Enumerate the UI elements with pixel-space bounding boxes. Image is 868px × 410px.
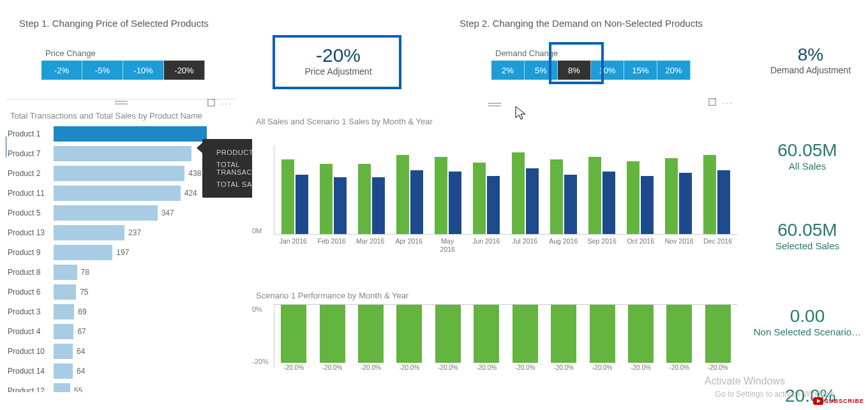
perf-value-label: -20.0% — [476, 364, 497, 371]
month-group[interactable] — [584, 157, 620, 234]
youtube-icon — [813, 397, 823, 405]
demand-slicer-option[interactable]: 15% — [624, 61, 657, 80]
product-bar-row[interactable]: Product 13237 — [6, 223, 236, 242]
product-label: Product 12 — [6, 386, 52, 393]
product-bar-row[interactable]: Product 878 — [6, 263, 236, 281]
demand-slicer-option[interactable]: 8% — [558, 61, 591, 80]
youtube-subscribe[interactable]: SUBSCRIBE — [813, 397, 864, 405]
product-value-label: 237 — [128, 228, 141, 237]
product-bar — [54, 126, 207, 142]
kpi-price-adjustment: -20% Price Adjustment — [274, 45, 402, 77]
perf-column — [358, 305, 384, 363]
demand-slicer-option[interactable]: 10% — [591, 61, 624, 80]
month-group[interactable] — [277, 159, 313, 234]
perf-group[interactable]: -20.0% — [583, 305, 621, 368]
product-label: Product 13 — [6, 228, 52, 237]
product-bar-row[interactable]: Product 2438 — [6, 164, 236, 182]
product-bar-row[interactable]: Product 1255 — [6, 381, 236, 392]
price-slicer-option[interactable]: -10% — [123, 61, 164, 80]
demand-slicer-option[interactable]: 20% — [657, 61, 691, 80]
month-column — [435, 157, 447, 234]
perf-group[interactable]: -20.0% — [352, 305, 390, 368]
product-bar-row[interactable]: Product 1 — [6, 124, 236, 143]
x-axis-label: Feb 2016 — [313, 237, 352, 253]
perf-group[interactable]: -20.0% — [467, 305, 505, 368]
performance-chart-title: Scenario 1 Performance by Month & Year — [256, 291, 733, 300]
x-axis-label: Aug 2016 — [544, 237, 583, 253]
svg-rect-1 — [709, 99, 716, 106]
step1-label: Step 1. Changing Price of Selected Produ… — [19, 18, 209, 29]
product-bar-row[interactable]: Product 1064 — [6, 342, 236, 360]
more-options-icon[interactable]: ··· — [722, 98, 733, 108]
month-group[interactable] — [507, 152, 542, 234]
perf-group[interactable]: -20.0% — [506, 305, 544, 368]
month-group[interactable] — [468, 163, 504, 234]
month-column — [410, 170, 423, 234]
product-value-label: 438 — [188, 169, 201, 178]
kpi-non-selected: 0.00 Non Selected Scenario… — [744, 306, 868, 337]
x-axis-label: Dec 2016 — [699, 237, 738, 253]
demand-slicer-option[interactable]: 2% — [491, 61, 525, 80]
product-bar-row[interactable]: Product 1464 — [6, 362, 236, 380]
x-axis-label: Jan 2016 — [274, 237, 313, 253]
x-axis-label: Apr 2016 — [390, 237, 429, 253]
month-column — [679, 173, 692, 234]
price-slicer-option[interactable]: -5% — [82, 61, 123, 80]
perf-value-label: -20.0% — [631, 364, 651, 371]
perf-group[interactable]: -20.0% — [699, 305, 737, 368]
month-group[interactable] — [699, 155, 735, 234]
product-label: Product 3 — [6, 307, 52, 316]
performance-chart-card[interactable]: Scenario 1 Performance by Month & Year 0… — [252, 288, 737, 400]
perf-value-label: -20.0% — [708, 364, 728, 371]
focus-mode-icon[interactable] — [207, 98, 216, 109]
perf-group[interactable]: -20.0% — [660, 305, 698, 368]
perf-group[interactable]: -20.0% — [390, 305, 428, 368]
month-group[interactable] — [546, 159, 581, 234]
price-change-slicer: Price Change -2%-5%-10%-20% — [41, 48, 205, 80]
product-bar-row[interactable]: Product 5347 — [6, 203, 236, 222]
svg-rect-0 — [208, 99, 215, 106]
perf-group[interactable]: -20.0% — [544, 305, 583, 368]
perf-group[interactable]: -20.0% — [313, 305, 351, 368]
product-bar — [54, 146, 191, 161]
month-column — [665, 158, 678, 234]
month-column — [602, 172, 615, 234]
month-group[interactable] — [354, 164, 389, 234]
product-bar-row[interactable]: Product 369 — [6, 302, 236, 321]
product-label: Product 9 — [6, 248, 52, 257]
perf-column — [666, 305, 692, 363]
subscribe-label: SUBSCRIBE — [825, 398, 864, 404]
price-slicer-option[interactable]: -2% — [41, 61, 82, 80]
perf-group[interactable]: -20.0% — [622, 305, 660, 368]
product-bar-row[interactable]: Product 9197 — [6, 243, 236, 261]
product-label: Product 11 — [6, 189, 52, 198]
y-axis-0pct: 0% — [252, 305, 262, 313]
more-options-icon[interactable]: ··· — [221, 98, 232, 109]
month-group[interactable] — [430, 157, 466, 234]
perf-value-label: -20.0% — [515, 364, 535, 371]
demand-slicer-option[interactable]: 5% — [525, 61, 558, 80]
x-axis-label: Nov 2016 — [660, 237, 699, 253]
product-bar-row[interactable]: Product 11424 — [6, 184, 236, 202]
product-value-label: 64 — [77, 367, 85, 376]
kpi-demand-value: 8% — [760, 45, 862, 65]
month-group[interactable] — [661, 158, 696, 234]
product-label: Product 6 — [6, 288, 52, 297]
monthly-chart-card[interactable]: ··· All Sales and Scenario 1 Sales by Mo… — [252, 99, 737, 268]
month-group[interactable] — [315, 164, 351, 234]
perf-value-label: -20.0% — [283, 364, 304, 371]
month-group[interactable] — [392, 155, 428, 234]
month-column — [473, 163, 486, 234]
kpi-selected-sales: 60.05M Selected Sales — [750, 220, 865, 251]
price-slicer-option[interactable]: -20% — [164, 61, 205, 80]
perf-group[interactable]: -20.0% — [274, 305, 313, 368]
product-bar — [54, 225, 124, 240]
product-label: Product 14 — [6, 367, 52, 376]
month-group[interactable] — [622, 161, 658, 234]
perf-group[interactable]: -20.0% — [429, 305, 467, 368]
product-bar-row[interactable]: Product 467 — [6, 322, 236, 340]
kpi-all-sales: 60.05M All Sales — [750, 140, 865, 172]
focus-mode-icon[interactable] — [708, 98, 717, 108]
product-bar-row[interactable]: Product 675 — [6, 282, 236, 301]
product-bar — [54, 363, 73, 379]
